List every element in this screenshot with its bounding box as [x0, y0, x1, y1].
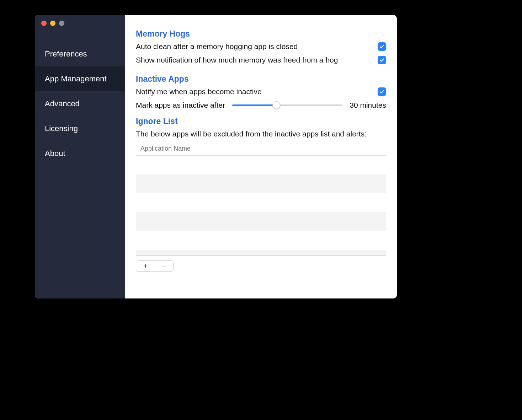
check-icon	[379, 57, 385, 63]
add-button[interactable]: +	[136, 261, 155, 271]
slider-track	[232, 104, 342, 106]
close-icon[interactable]	[41, 21, 47, 26]
inactive-threshold-slider[interactable]	[232, 101, 342, 109]
section-title-memory-hogs: Memory Hogs	[136, 29, 386, 39]
slider-value: 30 minutes	[350, 101, 386, 109]
table-body	[136, 156, 386, 255]
minimize-icon[interactable]	[50, 21, 55, 26]
setting-label: Show notification of how much memory was…	[136, 56, 338, 64]
sidebar-item-app-management[interactable]: App Management	[35, 66, 125, 91]
section-title-ignore-list: Ignore List	[136, 117, 386, 126]
auto-clean-checkbox[interactable]	[378, 42, 386, 51]
setting-inactive-threshold: Mark apps as inactive after 30 minutes	[136, 101, 386, 109]
setting-auto-clean: Auto clean after a memory hogging app is…	[136, 42, 386, 51]
zoom-icon	[59, 21, 64, 26]
sidebar-item-advanced[interactable]: Advanced	[35, 91, 125, 116]
sidebar-nav: Preferences App Management Advanced Lice…	[35, 42, 125, 166]
inactive-notify-checkbox[interactable]	[378, 87, 386, 96]
table-row[interactable]	[136, 212, 386, 231]
ignore-list-description: The below apps will be excluded from the…	[136, 130, 386, 138]
remove-button[interactable]: −	[155, 261, 173, 271]
window-controls	[35, 15, 125, 29]
sidebar: Preferences App Management Advanced Lice…	[35, 15, 125, 298]
slider-label: Mark apps as inactive after	[136, 101, 225, 109]
section-title-inactive-apps: Inactive Apps	[136, 74, 386, 84]
add-remove-segment: + −	[136, 260, 174, 272]
minus-icon: −	[162, 262, 166, 270]
table-row[interactable]	[136, 193, 386, 212]
ignore-list-controls: + −	[136, 260, 386, 272]
slider-thumb[interactable]	[272, 101, 280, 109]
table-row[interactable]	[136, 156, 386, 174]
hog-notification-checkbox[interactable]	[378, 56, 386, 64]
check-icon	[379, 89, 385, 95]
sidebar-item-about[interactable]: About	[35, 141, 125, 166]
slider-track-fill	[232, 104, 276, 106]
sidebar-item-preferences[interactable]: Preferences	[35, 42, 125, 66]
sidebar-item-licensing[interactable]: Licensing	[35, 116, 125, 141]
ignore-list-table[interactable]: Application Name	[136, 142, 386, 255]
check-icon	[379, 44, 385, 49]
preferences-window: Preferences App Management Advanced Lice…	[35, 15, 397, 298]
plus-icon: +	[143, 262, 148, 270]
setting-hog-notification: Show notification of how much memory was…	[136, 56, 386, 64]
table-row[interactable]	[136, 231, 386, 250]
table-column-header[interactable]: Application Name	[136, 142, 386, 156]
setting-label: Notify me when apps become inactive	[136, 87, 262, 96]
setting-inactive-notify: Notify me when apps become inactive	[136, 87, 386, 96]
table-row[interactable]	[136, 250, 386, 255]
content-pane: Memory Hogs Auto clean after a memory ho…	[125, 15, 397, 298]
setting-label: Auto clean after a memory hogging app is…	[136, 42, 298, 51]
table-row[interactable]	[136, 174, 386, 193]
